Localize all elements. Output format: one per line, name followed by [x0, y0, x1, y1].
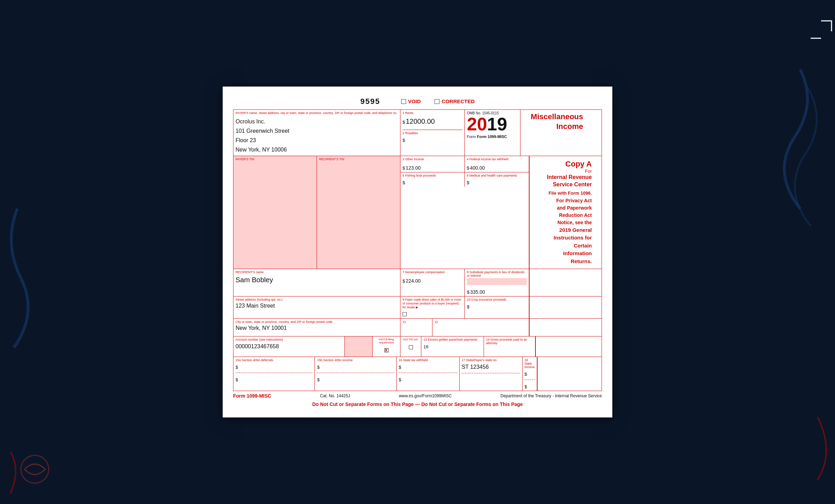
city-label: City or town, state or province, country… — [236, 320, 398, 324]
tin2nd-checkbox-row — [403, 344, 419, 350]
form-container: 9595 VOID CORRECTED PAYER'S name, street… — [223, 87, 612, 418]
corrected-checkbox[interactable] — [435, 99, 439, 104]
account-label: Account number (see instructions) — [236, 338, 342, 341]
row-5: City or town, state or province, country… — [233, 319, 602, 336]
box10-cell: 10 Crop insurance proceeds $ — [465, 296, 529, 318]
row4-right-spacer — [529, 296, 595, 318]
box13-label: 13 Excess golden parachute payments — [423, 338, 482, 341]
row-other-federal: 3 Other income $ 123.00 4 Federal income… — [400, 156, 529, 172]
void-checkbox-item[interactable]: VOID — [401, 98, 421, 104]
tin2nd-cell: 2nd TIN not. — [400, 336, 421, 357]
row6-right-spacer — [535, 336, 602, 357]
box12-cell: 12 — [432, 319, 529, 336]
recipient-name-value: Sam Bobley — [236, 275, 398, 284]
box6-cell: 6 Medical and health care payments $ — [465, 172, 529, 187]
box9-checkbox-row — [403, 311, 462, 317]
recipient-tin-label: RECIPIENT'S TIN — [319, 157, 398, 161]
row7-right-spacer — [537, 357, 602, 391]
box8-highlight — [467, 278, 527, 285]
form-top-header: 9595 VOID CORRECTED — [233, 97, 602, 106]
tin2nd-checkbox[interactable] — [409, 345, 413, 349]
year-19: 19 — [487, 115, 507, 133]
fatca-checkbox-row — [375, 347, 398, 353]
street-value: 123 Main Street — [236, 302, 398, 309]
footer-form-label: Form 1099-MISC — [233, 393, 271, 399]
box9-cell: 9 Payer made direct sales of $5,000 or m… — [400, 296, 465, 318]
box3-cell: 3 Other income $ 123.00 — [400, 156, 465, 172]
box18-label: 18 State income — [525, 358, 535, 369]
misc-income-panel: Miscellaneous Income — [520, 110, 587, 156]
acct-pink-area — [347, 338, 370, 355]
box14-cell: 14 Gross proceeds paid to an attorney — [484, 336, 535, 357]
box6-label: 6 Medical and health care payments — [467, 174, 527, 177]
svg-point-0 — [21, 455, 49, 483]
box15a-cell: 15a Section 409A deferrals $ $ — [233, 357, 315, 391]
year-20: 20 — [467, 115, 487, 133]
box8-label: 8 Substitute payments in lieu of dividen… — [467, 270, 527, 277]
corrected-checkbox-item[interactable]: CORRECTED — [435, 98, 475, 104]
year-display: 2019 — [467, 115, 507, 133]
box17-cell: 17 State/Payer's state no. ST 123456 — [460, 357, 523, 391]
recipient-name-label: RECIPIENT'S name — [236, 270, 398, 274]
copy-a-for: For — [585, 169, 592, 174]
box11-cell: 11 — [400, 319, 432, 336]
row3-right-spacer — [529, 269, 595, 296]
box11-value — [403, 324, 430, 335]
street-cell: Street address (including apt. no.) 123 … — [233, 296, 400, 318]
box14-label: 14 Gross proceeds paid to an attorney — [486, 338, 533, 345]
recipient-tin-value[interactable] — [319, 162, 398, 176]
payer-floor: Floor 23 — [236, 136, 398, 145]
tin2nd-label: 2nd TIN not. — [403, 338, 419, 341]
box12-value — [435, 324, 527, 335]
box15a-second-row: $ — [236, 373, 312, 382]
footer-website: www.irs.gov/Form1099MISC — [399, 393, 452, 398]
privacy-text: For Privacy Act and Paperwork Reduction … — [554, 197, 592, 266]
recipient-tin-cell[interactable]: RECIPIENT'S TIN — [317, 156, 400, 269]
box7-label: 7 Nonemployee compensation — [403, 270, 462, 274]
form-label: Form 1099-MISC — [477, 135, 507, 139]
omb-year-cell: OMB No. 1545-0115 2019 Form Form 1099-MI… — [465, 110, 520, 156]
footer-cat: Cat. No. 14425J — [320, 393, 350, 398]
box17-label: 17 State/Payer's state no. — [462, 358, 520, 362]
box16-label: 16 State tax withheld — [399, 358, 457, 362]
row-7: 15a Section 409A deferrals $ $ 15b Secti… — [233, 357, 602, 391]
box9-checkbox[interactable] — [403, 312, 407, 316]
box5-cell: 5 Fishing boat proceeds $ — [400, 172, 465, 187]
recipient-name-cell: RECIPIENT'S name Sam Bobley — [233, 269, 400, 296]
box15a-label: 15a Section 409A deferrals — [236, 358, 312, 362]
copy-a-label: Copy A — [565, 160, 592, 169]
payer-name-label: PAYER'S name, street address, city or to… — [236, 111, 398, 115]
row-2: PAYER'S TIN RECIPIENT'S TIN 3 Other inco… — [233, 156, 602, 269]
box13-cell: 13 Excess golden parachute payments 16 — [421, 336, 484, 357]
fatca-checkbox[interactable] — [384, 348, 389, 352]
city-cell: City or town, state or province, country… — [233, 319, 400, 336]
box4-cell: 4 Federal income tax withheld $ 400.00 — [465, 156, 529, 172]
box17-second-row — [462, 373, 520, 381]
form-body: PAYER'S name, street address, city or to… — [233, 109, 602, 391]
payer-tin-value[interactable] — [236, 162, 315, 176]
box16-second-row: $ — [399, 373, 457, 382]
void-checkbox[interactable] — [401, 99, 406, 104]
box4-value: 400.00 — [470, 164, 485, 171]
row-1: PAYER'S name, street address, city or to… — [233, 110, 602, 156]
payer-tin-cell[interactable]: PAYER'S TIN — [233, 156, 317, 269]
misc-income-title: Miscellaneous Income — [523, 112, 583, 132]
box15b-cell: 15b Section 409A income $ $ — [315, 357, 396, 391]
row5-right-spacer — [529, 319, 595, 336]
void-label: VOID — [408, 98, 421, 104]
footer-dept: Department of the Treasury - Internal Re… — [501, 393, 602, 398]
box1-value: 12000.00 — [406, 117, 435, 125]
irs-center-label: Internal Revenue Service Center — [532, 174, 592, 188]
row-fishing-medical: 5 Fishing boat proceeds $ 6 Medical and … — [400, 172, 529, 187]
corrected-label: CORRECTED — [442, 98, 475, 104]
copy-a-panel: Copy A For Internal Revenue Service Cent… — [529, 156, 595, 269]
payer-tin-label: PAYER'S TIN — [236, 157, 315, 161]
account-cell: Account number (see instructions) 000001… — [233, 336, 345, 357]
col-3-4: 3 Other income $ 123.00 4 Federal income… — [400, 156, 529, 269]
box3-value: 123.00 — [406, 164, 421, 171]
box11-label: 11 — [403, 320, 430, 324]
form-misc-label: Form Form 1099-MISC — [467, 133, 507, 139]
box1-rents-cell: 1 Rents $ 12000.00 2 Royalties $ — [400, 110, 465, 156]
box15b-second-row: $ — [317, 373, 394, 382]
payer-info-cell: PAYER'S name, street address, city or to… — [233, 110, 400, 156]
